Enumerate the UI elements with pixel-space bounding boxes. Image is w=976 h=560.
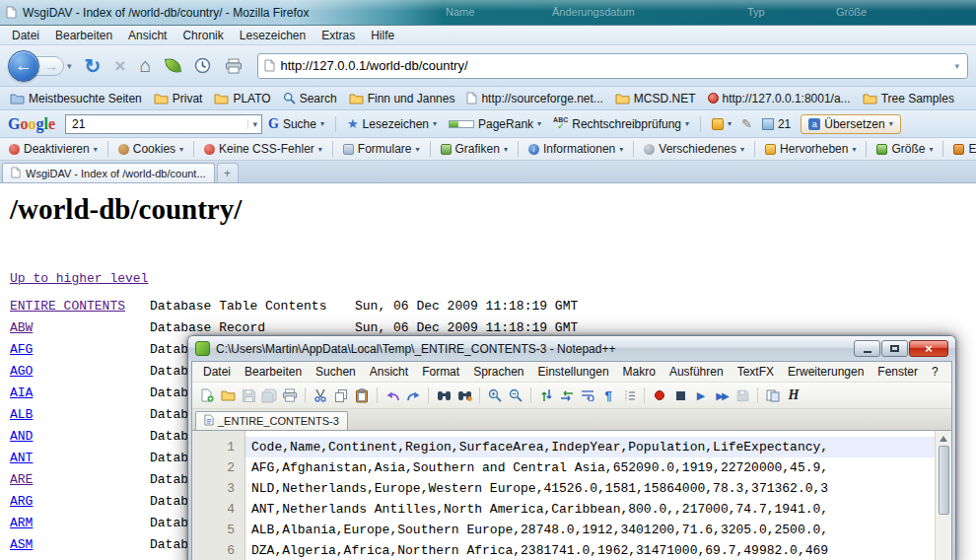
word-find-button[interactable]: 21	[756, 114, 797, 134]
npp-menu-erweiterungen[interactable]: Erweiterungen	[781, 363, 871, 381]
play-macro-icon[interactable]: ▶	[692, 387, 710, 404]
history-clock-icon[interactable]	[194, 57, 211, 74]
entry-link[interactable]: AND	[10, 426, 150, 448]
send-to-button[interactable]: ▾	[706, 115, 737, 133]
up-link[interactable]: Up to higher level	[10, 271, 148, 286]
google-search-box[interactable]: ▾	[65, 114, 262, 134]
record-macro-icon[interactable]	[651, 387, 668, 404]
entry-link[interactable]: ABW	[10, 317, 150, 339]
highlight-pen-icon[interactable]: ✎	[741, 116, 752, 131]
bookmark-most-visited[interactable]: Meistbesuchte Seiten	[4, 90, 148, 107]
webdev-images[interactable]: Grafiken▾	[436, 140, 513, 158]
npp-menu-makro[interactable]: Makro	[616, 363, 662, 381]
spellcheck-button[interactable]: ABC✓ Rechtschreibprüfung ▾	[547, 113, 695, 134]
menu-hilfe[interactable]: Hilfe	[363, 27, 402, 44]
entry-link[interactable]: ARE	[10, 469, 150, 491]
tab-wsgidav[interactable]: WsgiDAV - Index of /world-db/count...	[2, 163, 215, 182]
paste-icon[interactable]	[353, 387, 371, 404]
npp-menu-einstellungen[interactable]: Einstellungen	[531, 363, 616, 381]
menu-bearbeiten[interactable]: Bearbeiten	[47, 27, 120, 44]
entry-link[interactable]: ASM	[10, 534, 150, 556]
run-macro-multiple-icon[interactable]: ▶▶	[713, 387, 731, 404]
npp-menu-textfx[interactable]: TextFX	[731, 363, 781, 381]
pagerank-indicator[interactable]: PageRank ▾	[443, 114, 547, 134]
show-all-characters-icon[interactable]: ¶	[599, 387, 617, 404]
scroll-up-icon[interactable]	[940, 436, 947, 442]
menu-chronik[interactable]: Chronik	[174, 27, 231, 44]
new-tab-button[interactable]: +	[217, 163, 239, 182]
scrollbar-thumb[interactable]	[939, 446, 949, 515]
entry-link[interactable]: ALB	[10, 404, 150, 426]
stop-macro-icon[interactable]	[671, 387, 689, 404]
zoom-in-icon[interactable]	[486, 387, 504, 404]
reload-icon[interactable]: ↻	[85, 54, 102, 78]
webdev-outline[interactable]: Hervorheben▾	[760, 140, 861, 158]
menu-lesezeichen[interactable]: Lesezeichen	[232, 27, 314, 44]
sync-scroll-v-icon[interactable]	[537, 387, 555, 404]
text-area[interactable]: Code,Name,Continent,Region,SurfaceArea,I…	[245, 431, 935, 560]
entry-link[interactable]: ARM	[10, 513, 150, 534]
notepad-tab-entire-contents[interactable]: _ENTIRE_CONTENTS-3	[195, 411, 348, 430]
translate-button[interactable]: a Übersetzen ▾	[801, 114, 900, 134]
open-folder-icon[interactable]	[219, 387, 237, 404]
history-dropdown-icon[interactable]: ▾	[67, 61, 72, 71]
google-search-button[interactable]: G Suche ▾	[262, 113, 330, 135]
word-wrap-icon[interactable]	[579, 387, 596, 404]
close-button[interactable]: ×	[909, 340, 948, 357]
search-dropdown-icon[interactable]: ▾	[247, 119, 257, 129]
menu-extras[interactable]: Extras	[314, 27, 363, 44]
npp-menu-format[interactable]: Format	[415, 363, 466, 381]
webdev-css[interactable]: Keine CSS-Fehler▾	[199, 140, 327, 158]
entry-link[interactable]: AFG	[10, 339, 150, 361]
find-icon[interactable]	[435, 387, 453, 404]
bookmark-localhost-8001[interactable]: http://127.0.0.1:8001/a...	[702, 90, 857, 107]
webdev-resize[interactable]: Größe▾	[871, 140, 938, 158]
npp-menu-help[interactable]: ?	[925, 363, 945, 381]
feed-leaf-icon[interactable]	[165, 57, 181, 74]
webdev-information[interactable]: iInformationen▾	[523, 140, 628, 158]
npp-menu-fenster[interactable]: Fenster	[871, 363, 925, 381]
webdev-disable[interactable]: Deaktivieren▾	[4, 140, 103, 158]
bookmark-privat[interactable]: Privat	[148, 90, 209, 107]
npp-menu-suchen[interactable]: Suchen	[309, 363, 363, 381]
code-line[interactable]: DZA,Algeria,Africa,Northern Africa,23817…	[245, 540, 935, 560]
google-bookmarks-button[interactable]: ★ Lesezeichen ▾	[341, 113, 443, 134]
notepad-vertical-scrollbar[interactable]	[935, 431, 951, 560]
webdev-tools[interactable]: Extras▾	[948, 140, 976, 158]
stop-icon[interactable]: ×	[114, 55, 125, 77]
entry-link[interactable]: ENTIRE CONTENTS	[10, 296, 150, 317]
find-replace-icon[interactable]	[455, 387, 473, 404]
google-search-input[interactable]	[70, 116, 247, 132]
zoom-out-icon[interactable]	[507, 387, 524, 404]
bookmark-sourceforge[interactable]: http://sourceforge.net...	[460, 90, 608, 107]
bookmark-tree-samples[interactable]: Tree Samples	[857, 90, 960, 107]
redo-icon[interactable]	[404, 387, 422, 404]
webdev-forms[interactable]: Formulare▾	[338, 140, 425, 158]
notepad-titlebar[interactable]: C:\Users\Martin\AppData\Local\Temp\_ENTI…	[188, 336, 955, 361]
undo-icon[interactable]	[383, 387, 401, 404]
code-line[interactable]: AFG,Afghanistan,Asia,Southern and Centra…	[245, 457, 935, 478]
npp-menu-ausfuehren[interactable]: Ausführen	[662, 363, 731, 381]
url-bar[interactable]: ▾	[257, 53, 969, 79]
webdev-miscellaneous[interactable]: Verschiedenes▾	[639, 140, 749, 158]
entry-link[interactable]: ARG	[10, 491, 150, 513]
minimize-button[interactable]	[854, 340, 880, 357]
webdev-cookies[interactable]: Cookies▾	[113, 140, 188, 158]
print-icon[interactable]	[281, 387, 299, 404]
entry-link[interactable]: AIA	[10, 383, 150, 404]
code-line[interactable]: NLD,Netherlands,Europe,Western Europe,41…	[245, 478, 935, 499]
maximize-button[interactable]	[881, 340, 908, 357]
copy-icon[interactable]	[332, 387, 350, 404]
code-line[interactable]: ANT,Netherlands Antilles,North America,C…	[245, 499, 935, 520]
npp-menu-sprachen[interactable]: Sprachen	[466, 363, 530, 381]
home-icon[interactable]: ⌂	[139, 54, 151, 77]
save-icon[interactable]	[240, 387, 257, 404]
print-icon[interactable]	[225, 58, 243, 74]
npp-menu-bearbeiten[interactable]: Bearbeiten	[238, 363, 309, 381]
new-file-icon[interactable]	[198, 387, 216, 404]
entry-link[interactable]: AGO	[10, 361, 150, 383]
code-line[interactable]: Code,Name,Continent,Region,SurfaceArea,I…	[245, 437, 935, 457]
indent-guide-icon[interactable]	[620, 387, 638, 404]
npp-menu-datei[interactable]: Datei	[196, 363, 238, 381]
bookmark-plato[interactable]: PLATO	[208, 90, 276, 107]
